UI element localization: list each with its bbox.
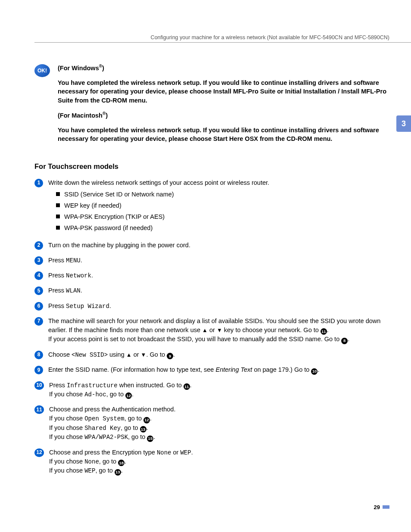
step-suffix: . [81,287,82,294]
step-6: 6 Press Setup Wizard. [34,302,389,311]
step-number: 4 [34,271,43,280]
step-text: . [146,424,148,431]
step-text: . [153,433,155,440]
up-arrow-icon: ▲ [126,352,132,358]
step-9: 9 Enter the SSID name. (For information … [34,365,389,374]
step-text: , go to [125,415,143,422]
menu-code: Shared Key [84,425,121,432]
menu-code: WEP [84,467,95,474]
square-bullet-icon [56,215,60,218]
step-suffix: . [81,257,82,264]
step-text: . [190,382,192,389]
footer-accent-icon [383,505,389,509]
menu-code: Infrastructure [67,382,118,389]
step-5: 5 Press WLAN. [34,286,389,295]
step-8: 8 Choose <New SSID> using ▲ or ▼. Go to … [34,350,389,359]
up-arrow-icon: ▲ [202,327,208,333]
step-text: Turn on the machine by plugging in the p… [48,241,389,250]
step-text: If you chose [49,391,84,398]
running-header: Configuring your machine for a wireless … [34,34,411,43]
page-number: 29 [374,504,380,510]
down-arrow-icon: ▼ [141,352,146,358]
bullet-item: WEP key (if needed) [56,201,389,210]
step-text: Press [49,382,67,389]
mac-body: You have completed the wireless network … [58,126,389,143]
step-text: . [132,391,134,398]
step-2: 2 Turn on the machine by plugging in the… [34,241,389,250]
step-number: 8 [34,351,43,359]
step-text: or [171,449,180,456]
step-text: . [348,336,349,342]
step-number: 9 [34,366,43,374]
step-11: 11 Choose and press the Authentication m… [34,405,389,442]
step-text: , go to [99,458,118,465]
menu-code: MENU [66,257,81,264]
step-number: 5 [34,286,43,295]
step-text: If you chose [49,467,84,474]
windows-heading-prefix: (For Windows [58,65,99,72]
bullet-text: WPA-PSK Encryption (TKIP or AES) [64,212,165,221]
step-text: , go to [95,467,114,474]
step-text: when instructed. Go to [118,382,184,389]
bullet-item: SSID (Service Set ID or Network name) [56,190,389,199]
step-number: 2 [34,241,43,250]
step-prefix: Press [48,257,66,264]
step-text: or [208,327,217,333]
step-text: Choose [48,351,72,358]
step-text: , go to [121,424,140,431]
mac-heading-suffix: ) [106,112,108,119]
ok-callout: OK! (For Windows®) You have completed th… [34,63,389,149]
step-ref-icon: 10 [311,368,318,375]
step-number: 11 [34,405,44,414]
step-number: 6 [34,302,43,311]
step-text: If you chose [49,458,84,465]
step-7: 7 The machine will search for your netwo… [34,317,389,344]
step-text: . [191,449,193,456]
bullet-text: WEP key (if needed) [64,201,121,210]
step-ref-icon: 12 [143,417,150,423]
step-ref-icon: 11 [184,383,190,390]
step-ref-icon: 11 [321,328,327,335]
step-ref-icon: 15 [147,436,153,442]
bullet-item: WPA-PSK password (if needed) [56,224,389,233]
square-bullet-icon [56,203,60,207]
step-text: on page 179.) Go to [252,366,311,373]
menu-code: None [157,449,171,456]
step-prefix: Press [48,302,66,309]
step-ref-icon: 9 [167,353,173,359]
bullet-item: WPA-PSK Encryption (TKIP or AES) [56,212,389,221]
step-4: 4 Press Network. [34,271,389,280]
step-12: 12 Choose and press the Encryption type … [34,448,389,476]
windows-heading-suffix: ) [102,65,104,72]
step-text: Choose and press the Encryption type [49,449,157,456]
windows-body: You have completed the wireless network … [58,78,389,105]
step-ref-icon: 8 [341,338,348,344]
menu-code: WEP [180,449,191,456]
step-ref-icon: 13 [140,426,146,432]
step-text: If your access point is set to not broad… [48,336,341,342]
step-prefix: Press [48,287,66,294]
menu-code: <New SSID> [72,352,108,358]
step-text: . [327,327,329,333]
square-bullet-icon [56,192,60,196]
step-number: 3 [34,256,43,265]
menu-code: WPA/WPA2-PSK [84,434,128,441]
menu-code: WLAN [66,287,81,294]
step-text: If you chose [49,433,84,440]
step-10: 10 Press Infrastructure when instructed.… [34,381,389,399]
step-text: or [132,351,141,358]
bullet-text: WPA-PSK password (if needed) [64,224,153,233]
ok-icon: OK! [34,64,50,77]
square-bullet-icon [56,226,60,230]
step-suffix: . [109,302,111,309]
section-heading: For Touchscreen models [34,162,389,171]
step-ref-icon: 18 [118,460,125,466]
down-arrow-icon: ▼ [217,327,222,333]
menu-code: None [84,458,99,465]
step-text: key to choose your network. Go to [222,327,321,333]
registered-symbol: ® [99,64,102,68]
step-ref-icon: 13 [115,469,121,476]
menu-code: Open System [84,415,124,422]
chapter-tab: 3 [396,115,411,132]
bullet-text: SSID (Service Set ID or Network name) [64,190,174,199]
